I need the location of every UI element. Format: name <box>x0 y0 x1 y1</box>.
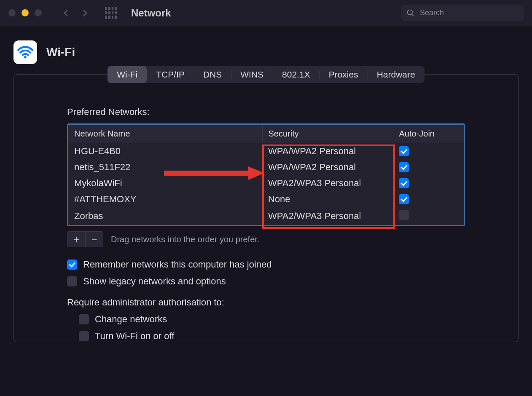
auto-join-checkbox[interactable] <box>399 194 409 204</box>
require-admin-label: Require administrator authorisation to: <box>67 297 465 308</box>
turn-wifi-option[interactable]: Turn Wi-Fi on or off <box>79 331 465 342</box>
svg-line-1 <box>412 14 414 16</box>
network-security: None <box>262 191 393 207</box>
tab-dns[interactable]: DNS <box>194 66 231 83</box>
page-header: Wi-Fi <box>13 40 519 64</box>
tab-hardware[interactable]: Hardware <box>368 66 425 83</box>
preferred-networks-table[interactable]: Network NameSecurityAuto-Join HGU-E4B0WP… <box>67 123 465 226</box>
settings-panel: Wi-FiTCP/IPDNSWINS802.1XProxiesHardware … <box>13 74 519 342</box>
auto-join-cell <box>393 159 464 175</box>
zoom-window-button[interactable] <box>35 9 42 16</box>
network-name: HGU-E4B0 <box>68 143 262 160</box>
network-name: #ATTHEMOXY <box>68 191 262 207</box>
table-row[interactable]: MykolaWiFiWPA2/WPA3 Personal <box>68 175 464 191</box>
forward-button[interactable] <box>75 6 94 20</box>
auto-join-checkbox[interactable] <box>399 178 409 188</box>
close-window-button[interactable] <box>8 9 16 16</box>
show-all-icon[interactable] <box>105 7 117 19</box>
network-name: MykolaWiFi <box>68 175 262 191</box>
auto-join-cell <box>393 207 464 225</box>
column-header-network-name[interactable]: Network Name <box>68 125 262 143</box>
window-controls <box>8 9 42 16</box>
network-security: WPA/WPA2 Personal <box>262 143 393 160</box>
auto-join-checkbox[interactable] <box>399 146 409 156</box>
auto-join-cell <box>393 175 464 191</box>
search-input[interactable] <box>419 8 519 18</box>
auto-join-checkbox[interactable] <box>399 210 409 220</box>
drag-hint: Drag networks into the order you prefer. <box>111 235 259 244</box>
tabs: Wi-FiTCP/IPDNSWINS802.1XProxiesHardware <box>107 66 424 83</box>
nav-arrows <box>57 6 94 20</box>
network-name: netis_511F22 <box>68 159 262 175</box>
search-field[interactable] <box>401 5 524 21</box>
turn-wifi-label: Turn Wi-Fi on or off <box>95 331 174 342</box>
tab-tcp-ip[interactable]: TCP/IP <box>147 66 194 83</box>
auto-join-checkbox[interactable] <box>399 162 409 172</box>
minimize-window-button[interactable] <box>21 9 29 16</box>
preferred-networks-label: Preferred Networks: <box>67 107 465 118</box>
table-row[interactable]: HGU-E4B0WPA/WPA2 Personal <box>68 143 464 160</box>
auto-join-cell <box>393 191 464 207</box>
network-security: WPA/WPA2 Personal <box>262 159 393 175</box>
column-header-security[interactable]: Security <box>262 125 393 143</box>
add-remove-controls: ＋ － <box>67 231 103 247</box>
search-icon <box>406 9 415 17</box>
show-legacy-checkbox[interactable] <box>67 276 77 286</box>
svg-point-2 <box>24 56 27 59</box>
network-name: Zorbas <box>68 207 262 225</box>
network-security: WPA2/WPA3 Personal <box>262 207 393 225</box>
remember-networks-option[interactable]: Remember networks this computer has join… <box>67 259 465 270</box>
back-button[interactable] <box>57 6 75 20</box>
remember-networks-label: Remember networks this computer has join… <box>83 259 272 270</box>
page-title: Wi-Fi <box>46 45 75 59</box>
turn-wifi-checkbox[interactable] <box>79 331 89 341</box>
network-security: WPA2/WPA3 Personal <box>262 175 393 191</box>
window-title: Network <box>131 7 171 19</box>
show-legacy-label: Show legacy networks and options <box>83 276 226 287</box>
remove-network-button[interactable]: － <box>85 232 103 247</box>
wifi-icon <box>13 40 37 64</box>
tab-wi-fi[interactable]: Wi-Fi <box>107 66 147 83</box>
remember-networks-checkbox[interactable] <box>67 260 77 270</box>
change-networks-option[interactable]: Change networks <box>79 314 465 325</box>
table-row[interactable]: ZorbasWPA2/WPA3 Personal <box>68 207 464 225</box>
svg-point-0 <box>408 10 413 15</box>
table-row[interactable]: #ATTHEMOXYNone <box>68 191 464 207</box>
change-networks-label: Change networks <box>95 314 167 325</box>
titlebar: Network <box>0 0 532 26</box>
show-legacy-option[interactable]: Show legacy networks and options <box>67 276 465 287</box>
tab-wins[interactable]: WINS <box>231 66 273 83</box>
change-networks-checkbox[interactable] <box>79 314 89 324</box>
auto-join-cell <box>393 143 464 160</box>
add-network-button[interactable]: ＋ <box>67 232 85 247</box>
tab-802-1x[interactable]: 802.1X <box>273 66 320 83</box>
table-row[interactable]: netis_511F22WPA/WPA2 Personal <box>68 159 464 175</box>
column-header-auto-join[interactable]: Auto-Join <box>393 125 464 143</box>
tab-proxies[interactable]: Proxies <box>320 66 368 83</box>
